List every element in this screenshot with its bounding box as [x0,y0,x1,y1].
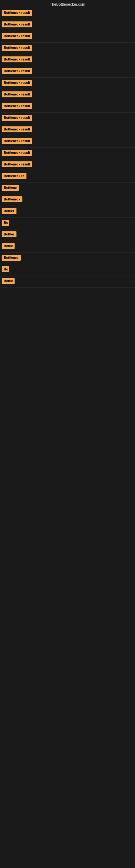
bottleneck-result-badge[interactable]: Bottleneck result [2,33,32,39]
bottleneck-result-badge[interactable]: Bo [2,267,9,272]
bottleneck-result-badge[interactable]: Bottle [2,278,14,284]
list-item: Bottleneck re [1,171,135,183]
list-item: Bottleneck result [1,148,135,159]
list-item: Bottleneck result [1,101,135,113]
results-container: Bottleneck resultBottleneck resultBottle… [0,8,135,287]
bottleneck-result-badge[interactable]: Bottleneck result [2,22,32,27]
bottleneck-result-badge[interactable]: Bottleneck result [2,161,32,167]
bottleneck-result-badge[interactable]: Bo [2,220,9,226]
bottleneck-result-badge[interactable]: Bottlene [2,185,19,191]
list-item: Bottleneck result [1,113,135,124]
list-item: Bottler [1,229,135,241]
bottleneck-result-badge[interactable]: Bottleneck result [2,10,32,16]
bottleneck-result-badge[interactable]: Bottleneck result [2,91,32,97]
bottleneck-result-badge[interactable]: Bottler [2,231,16,237]
list-item: Bottleneck result [1,124,135,136]
bottleneck-result-badge[interactable]: Bottlenec [2,255,21,261]
list-item: Bottleneck result [1,159,135,171]
list-item: Bo [1,218,135,229]
bottleneck-result-badge[interactable]: Bottleneck result [2,80,32,86]
list-item: Bo [1,264,135,276]
list-item: Bottlene [1,183,135,194]
list-item: Bottleneck result [1,78,135,89]
list-item: Bottle [1,276,135,287]
bottleneck-result-badge[interactable]: Bottleneck result [2,56,32,62]
list-item: Bottleneck result [1,54,135,66]
bottleneck-result-badge[interactable]: Bottleneck result [2,115,32,121]
bottleneck-result-badge[interactable]: Bottleneck re [2,173,27,179]
list-item: Bottlenec [1,252,135,264]
list-item: Bottleneck result [1,136,135,148]
bottleneck-result-badge[interactable]: Bottleneck result [2,68,32,74]
bottleneck-result-badge[interactable]: Bottleneck result [2,45,32,51]
list-item: Bottle [1,241,135,252]
bottleneck-result-badge[interactable]: Bottleneck result [2,103,32,109]
list-item: Bottleneck result [1,66,135,78]
list-item: Bottler [1,206,135,218]
site-title: TheBottlenecker.com [0,0,135,8]
list-item: Bottleneck [1,194,135,206]
bottleneck-result-badge[interactable]: Bottleneck [2,196,22,203]
bottleneck-result-badge[interactable]: Bottleneck result [2,138,32,144]
bottleneck-result-badge[interactable]: Bottle [2,243,14,249]
list-item: Bottleneck result [1,42,135,54]
bottleneck-result-badge[interactable]: Bottleneck result [2,126,32,132]
list-item: Bottleneck result [1,19,135,31]
bottleneck-result-badge[interactable]: Bottler [2,208,16,214]
list-item: Bottleneck result [1,89,135,101]
list-item: Bottleneck result [1,31,135,42]
list-item: Bottleneck result [1,8,135,19]
bottleneck-result-badge[interactable]: Bottleneck result [2,150,32,156]
